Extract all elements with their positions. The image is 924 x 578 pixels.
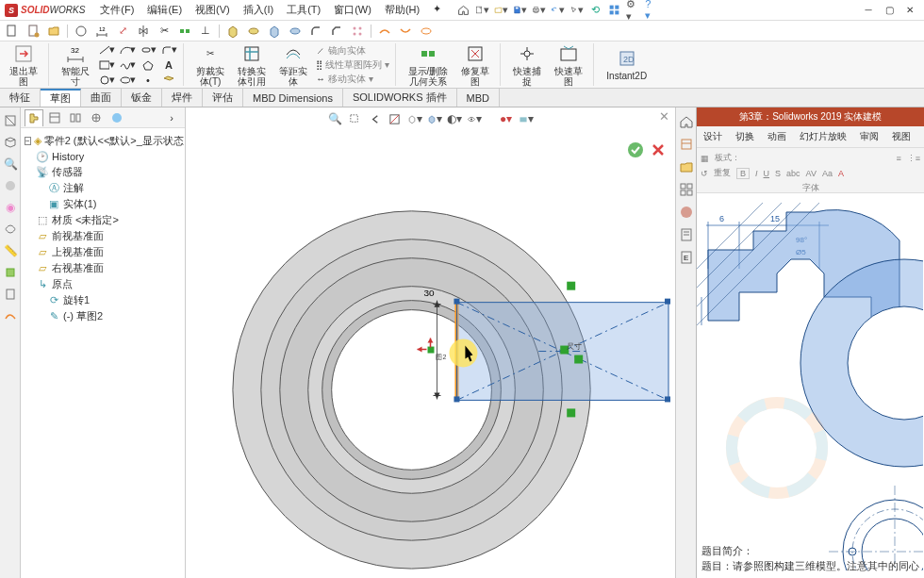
left-tool-section-icon[interactable] (2, 112, 19, 129)
repair-sketch-button[interactable]: 修复草 图 (456, 41, 494, 89)
left-tool-zoom-icon[interactable]: 🔍 (2, 156, 19, 173)
tree-right-plane[interactable]: ▱ 右视基准面 (25, 260, 181, 276)
options-icon[interactable] (607, 3, 621, 17)
tree-root[interactable]: − ◈ 零件2 (默认<<默认>_显示状态 1>) (25, 133, 181, 149)
spline-tool[interactable]: ▾ (119, 58, 136, 72)
tab-sheetmetal[interactable]: 钣金 (122, 89, 162, 107)
ppt-reset-icon[interactable]: ↺ (701, 169, 708, 178)
offset-entities-button[interactable]: 等距实 体 (274, 41, 312, 89)
dimension-value[interactable]: 30 (424, 288, 436, 298)
left-tool-swoosh-icon[interactable] (2, 307, 19, 324)
qat-edit-icon[interactable] (25, 24, 41, 39)
tree-top-plane[interactable]: ▱ 上视基准面 (25, 244, 181, 260)
vp-zoom-fit-icon[interactable]: 🔍 (328, 111, 343, 126)
taskpane-custom-props-icon[interactable] (678, 226, 695, 243)
qat-surface3-icon[interactable] (419, 24, 434, 39)
maximize-button[interactable]: ▢ (880, 3, 899, 18)
help-icon[interactable]: ? ▾ (645, 3, 659, 17)
print-icon[interactable]: ▾ (532, 3, 546, 17)
left-tool-color-icon[interactable]: ◉ (2, 199, 19, 216)
qat-perp-icon[interactable]: ⊥ (198, 24, 213, 39)
taskpane-appearances-icon[interactable] (678, 204, 695, 221)
feature-tab-property-icon[interactable] (45, 109, 64, 126)
tree-material[interactable]: ⬚ 材质 <未指定> (25, 212, 181, 228)
qat-pattern-icon[interactable] (350, 24, 365, 39)
tree-solid-bodies[interactable]: ▣ 实体(1) (25, 196, 181, 212)
menu-window[interactable]: 窗口(W) (328, 1, 377, 19)
tab-surface[interactable]: 曲面 (81, 89, 122, 107)
taskpane-view-palette-icon[interactable] (678, 181, 695, 198)
linear-pattern-button[interactable]: ⣿ 线性草图阵列 ▾ (316, 58, 389, 72)
taskpane-forum-icon[interactable]: E (678, 249, 695, 266)
tree-sketch2[interactable]: ✎ (-) 草图2 (25, 308, 181, 324)
qat-circle-icon[interactable] (74, 24, 89, 39)
menu-help[interactable]: 帮助(H) (379, 1, 425, 19)
quick-snap-button[interactable]: 快速捕 捉 (508, 41, 546, 89)
tree-origin[interactable]: ↳ 原点 (25, 276, 181, 292)
tab-weldments[interactable]: 焊件 (162, 89, 203, 107)
menu-file[interactable]: 文件(F) (94, 1, 140, 19)
text-tool[interactable]: A (160, 58, 177, 72)
vp-hide-show-icon[interactable]: ▾ (467, 111, 482, 126)
ppt-tab-animations[interactable]: 动画 (761, 126, 793, 147)
tree-revolve1[interactable]: ⟳ 旋转1 (25, 292, 181, 308)
qat-scissors-icon[interactable]: ✂ (157, 24, 172, 39)
feature-tab-display-icon[interactable] (107, 109, 126, 126)
instant2d-button[interactable]: 2D Instant2D (602, 46, 652, 83)
taskpane-design-library-icon[interactable] (678, 136, 695, 153)
point-tool[interactable]: • (140, 74, 157, 87)
mirror-entities-button[interactable]: ⟋ 镜向实体 (316, 44, 389, 58)
menu-edit[interactable]: 编辑(E) (141, 1, 188, 19)
left-tool-doc-icon[interactable] (2, 286, 19, 303)
left-tool-view-icon[interactable] (2, 134, 19, 151)
qat-dim-icon[interactable]: 12 (94, 24, 109, 39)
circle-tool[interactable]: ▾ (98, 74, 115, 87)
graphics-viewport[interactable]: 🔍 ▾ ▾ ◐▾ ▾ ●▾ ▾ ✕ (186, 107, 675, 578)
home-icon[interactable] (456, 3, 470, 17)
undo-icon[interactable]: ▾ (551, 3, 565, 17)
save-icon[interactable]: ▾ (513, 3, 527, 17)
smart-dimension-button[interactable]: 32 智能尺 寸 (57, 41, 94, 89)
left-tool-measure-icon[interactable]: 📏 (2, 242, 19, 259)
quick-sketch-button[interactable]: 快速草 图 (550, 41, 587, 89)
vp-section-icon[interactable] (388, 111, 403, 126)
tab-sketch[interactable]: 草图 (41, 89, 81, 107)
vp-scene-icon[interactable]: ◐▾ (447, 111, 462, 126)
qat-extrude-icon[interactable] (225, 24, 240, 39)
tab-solidworks-addins[interactable]: SOLIDWORKS 插件 (343, 89, 457, 107)
sketch-canvas[interactable]: 30 尺寸 (186, 136, 675, 578)
qat-cut-revolve-icon[interactable] (288, 24, 303, 39)
qat-scale-icon[interactable]: ⤢ (115, 24, 130, 39)
viewport-close-icon[interactable]: ✕ (659, 109, 669, 124)
vp-orientation-icon[interactable]: ▾ (407, 111, 422, 126)
trim-button[interactable]: ✂ 剪裁实 体(T) (191, 41, 229, 89)
rebuild-icon[interactable]: ⟲ (588, 3, 602, 17)
vp-appearance-icon[interactable]: ●▾ (499, 111, 514, 126)
new-doc-icon[interactable]: ▾ (475, 3, 489, 17)
ppt-slide-area[interactable]: 6 15 98° Ø5 4 (697, 193, 924, 578)
vp-display-style-icon[interactable]: ▾ (427, 111, 442, 126)
qat-mirror-icon[interactable] (136, 24, 151, 39)
line-tool[interactable]: ▾ (98, 43, 115, 57)
qat-surface1-icon[interactable] (377, 24, 392, 39)
move-entities-button[interactable]: ↔ 移动实体 ▾ (316, 73, 389, 86)
feature-tab-dimxpert-icon[interactable] (87, 109, 106, 126)
ppt-bullets-icon[interactable]: ≡ (896, 154, 900, 163)
convert-entities-button[interactable]: 转换实 体引用 (233, 41, 271, 89)
menu-view[interactable]: 视图(V) (190, 1, 236, 19)
tree-history[interactable]: 🕑 History (25, 149, 181, 164)
vp-render-icon[interactable]: ▾ (519, 111, 534, 126)
plane-tool[interactable] (160, 74, 177, 87)
ppt-tab-review[interactable]: 审阅 (853, 126, 885, 147)
tab-mbd-dimensions[interactable]: MBD Dimensions (243, 89, 343, 107)
ppt-tab-view[interactable]: 视图 (885, 126, 917, 147)
ppt-tab-design[interactable]: 设计 (697, 126, 729, 147)
ppt-tab-slideshow[interactable]: 幻灯片放映 (793, 126, 853, 147)
tree-collapse-icon[interactable]: − (25, 137, 31, 145)
tree-sensors[interactable]: 📡 传感器 (25, 164, 181, 180)
display-relations-button[interactable]: 显示/删除 几何关系 (404, 41, 454, 89)
settings-icon[interactable]: ⚙ ▾ (626, 3, 640, 17)
close-button[interactable]: ✕ (900, 3, 919, 18)
taskpane-file-explorer-icon[interactable] (678, 158, 695, 175)
left-tool-mass-icon[interactable] (2, 264, 19, 281)
